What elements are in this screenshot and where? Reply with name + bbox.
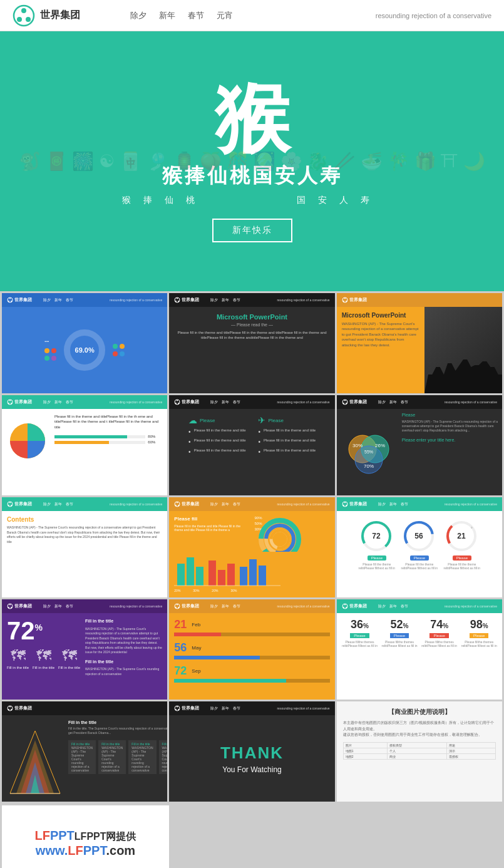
svg-point-40: [9, 502, 11, 504]
slide-3-logo: 世界集团: [342, 297, 367, 303]
slide-4-logo: 世界集团: [7, 399, 32, 405]
svg-point-42: [11, 505, 12, 506]
slide-9-content: 72 ° Please Please fill the theme reltit…: [337, 511, 502, 597]
slide-2-body: Please fill in the theme and titlePlease…: [175, 330, 328, 341]
svg-text:55%: 55%: [364, 450, 373, 454]
slide-11: 世界集团 除夕新年春节 resounding rejection of a co…: [169, 599, 334, 700]
slide-2-header: 世界集团 除夕新年春节 resounding rejection of a co…: [169, 293, 334, 307]
promo-line2: www.LFPPT.com: [36, 844, 135, 858]
svg-point-90: [346, 607, 347, 608]
slide-3: 世界集团 Microsoft PowerPoint WASHINGTON (AP…: [337, 293, 502, 393]
slide-14-content: THANK You For Watching: [169, 715, 334, 802]
bottom-row: LFPPTLFPPT网提供 www.LFPPT.com: [0, 803, 504, 868]
slide-1-content: •••• 69.0%: [2, 307, 167, 393]
svg-point-85: [175, 607, 177, 608]
nav-chuxi[interactable]: 除夕: [130, 10, 147, 21]
svg-rect-59: [240, 567, 247, 586]
svg-point-13: [175, 301, 177, 302]
slide-8-content: Please fill Please fill in the theme and…: [169, 511, 334, 597]
slide-9-header: 世界集团 除夕新年春节 resounding rejection of a co…: [337, 497, 502, 511]
logo-area: 世界集团: [13, 4, 80, 27]
svg-point-44: [177, 502, 178, 504]
svg-rect-55: [196, 567, 203, 586]
svg-rect-54: [187, 557, 194, 586]
slide-11-content: 21 Feb 56 May 72 Sep: [169, 613, 334, 700]
nav-yuanxiao[interactable]: 元宵: [217, 10, 233, 21]
svg-point-88: [344, 604, 346, 606]
svg-point-29: [344, 400, 346, 401]
slide-2-sub: — Please read the —: [175, 323, 328, 327]
slide-13-triangle: [7, 720, 63, 797]
svg-point-82: [11, 607, 12, 608]
svg-text:°: °: [471, 527, 473, 531]
svg-point-16: [344, 298, 346, 299]
slide-1-right-dots: [113, 344, 125, 356]
slide-1-donut: 69.0%: [63, 328, 106, 372]
slide-14-header: 世界集团 除夕新年春节 resounding rejection of a co…: [169, 701, 334, 715]
slide-3-left: Microsoft PowerPoint WASHINGTON (AP) - T…: [337, 307, 424, 393]
svg-text:30%: 30%: [352, 443, 363, 448]
slide-4-pie: [6, 419, 49, 463]
slide-2-logo: 世界集团: [174, 297, 199, 303]
slide-5-right: ✈ Please • Please fill in the theme and …: [258, 415, 316, 489]
slide-15-table: 图片授权类型用途 地图1个人演示 地图2商业需授权: [343, 742, 496, 760]
svg-rect-53: [177, 564, 185, 586]
svg-point-31: [346, 403, 347, 404]
slide-13-content: Fill in the title Fill in the title. The…: [2, 715, 167, 802]
slide-13: 世界集团 Fill in the title Fill in the title…: [2, 701, 167, 802]
slide-1-header: 世界集团 除夕新年春节 resounding rejection of a co…: [2, 293, 167, 307]
pct-row: 36% Please Please fillthe themes reltitP…: [342, 618, 497, 648]
slide-14: 世界集团 除夕新年春节 resounding rejection of a co…: [169, 701, 334, 802]
nav-chunjie[interactable]: 春节: [188, 10, 204, 21]
svg-point-30: [343, 403, 344, 404]
slide-6-venn: 30% 26% 70% 55%: [341, 413, 397, 492]
svg-rect-61: [259, 566, 266, 586]
slide-1-logo: 世界集团: [7, 297, 32, 303]
hero-bg-decoration: 🐒 🧧 🎆 ☯ 🀄 🎐 🏮 🍑 🎊 🎑 🌸 🐉 🥢 🍜 🎋 🎁 ⛩ 🌙: [0, 31, 504, 291]
slide-7-header: 世界集团 除夕新年春节 resounding rejection of a co…: [2, 497, 167, 511]
slide-2-nav: 除夕新年春节: [210, 297, 240, 303]
svg-point-7: [11, 301, 12, 302]
slide-3-body: WASHINGTON (AP) - The Supreme Court's re…: [342, 321, 419, 348]
svg-point-26: [175, 403, 177, 404]
logo-text: 世界集团: [40, 9, 80, 22]
svg-point-6: [8, 301, 9, 302]
pct-3: 74% Please Please fillthe themes reltitP…: [421, 618, 458, 648]
prog-item-1: 21 Feb: [174, 618, 329, 636]
header-tagline: resounding rejection of a conservative: [376, 12, 491, 19]
slide-10: 世界集团 除夕新年春节 resounding rejection of a co…: [2, 599, 167, 700]
slide-10-maps: 🗺 Fill in the title 🗺 Fill in the title …: [7, 647, 80, 669]
hero-slide: 🐒 🧧 🎆 ☯ 🀄 🎐 🏮 🍑 🎊 🎑 🌸 🐉 🥢 🍜 🎋 🎁 ⛩ 🌙 猴 猴捧…: [0, 31, 504, 291]
bottom-promo: LFPPTLFPPT网提供 www.LFPPT.com: [2, 805, 169, 868]
slide-2-content: Microsoft PowerPoint — Please read the —…: [169, 307, 334, 347]
main-nav: 除夕 新年 春节 元宵: [130, 10, 233, 21]
slide-5-content: ☁ Please • Please fill in the theme and …: [169, 409, 334, 495]
slide-13-bottom-cards: Fill in the titleWASHINGTON (AP) - The S…: [68, 740, 167, 774]
svg-point-46: [178, 505, 179, 506]
city-image: [424, 307, 502, 393]
svg-point-2: [17, 17, 22, 22]
nav-xinnian[interactable]: 新年: [159, 10, 175, 21]
slide-12: 世界集团 除夕新年春节 resounding rejection of a co…: [337, 599, 502, 700]
svg-rect-58: [227, 564, 235, 586]
slide-1-nav: 除夕新年春节: [43, 297, 73, 303]
svg-point-20: [9, 400, 11, 401]
svg-point-3: [26, 17, 31, 22]
slide-8-bar-chart: [174, 554, 329, 589]
svg-point-18: [346, 301, 347, 302]
svg-point-41: [8, 505, 9, 506]
slide-3-content: Microsoft PowerPoint WASHINGTON (AP) - T…: [337, 307, 502, 393]
slides-grid: 世界集团 除夕新年春节 resounding rejection of a co…: [0, 291, 504, 803]
slide-5-header: 世界集团 除夕新年春节 resounding rejection of a co…: [169, 395, 334, 409]
slide-15-title: 【商业图片使用说明】: [343, 708, 496, 716]
svg-text:26%: 26%: [375, 443, 385, 448]
slide-6-text: Please WASHINGTON (AP) - The Supreme Cou…: [402, 413, 498, 492]
slide-6: 世界集团 除夕新年春节 resounding rejection of a co…: [337, 395, 502, 495]
slide-8-radial: 50% 30%: [255, 522, 330, 552]
slide-7-content: Contents WASHINGTON (AP) - The Supreme C…: [2, 511, 167, 597]
slide-4-text: Please fill in the theme and titlePlease…: [54, 413, 163, 492]
city-silhouette: [424, 356, 502, 393]
svg-point-84: [177, 604, 178, 606]
slide-15: 【商业图片使用说明】 本主题中有些地图图片的版权归第三方（图片/视频授权服务商）…: [337, 701, 502, 802]
pct-2: 52% Please Please fillthe themes reltitP…: [381, 618, 418, 648]
